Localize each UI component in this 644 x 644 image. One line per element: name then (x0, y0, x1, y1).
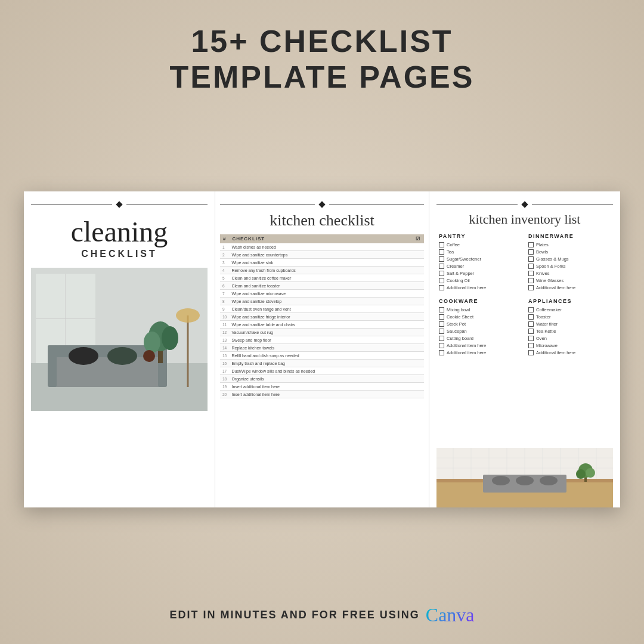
item-text: Salt & Pepper (447, 271, 474, 276)
page1-header (31, 202, 208, 207)
item-checkbox (439, 264, 444, 269)
svg-point-9 (69, 347, 98, 365)
row-task: Clean/dust oven range and vent (229, 305, 412, 313)
item-checkbox (439, 271, 444, 276)
cookware-title: COOKWARE (439, 298, 521, 304)
row-num: 19 (220, 383, 229, 391)
row-checkbox (412, 321, 424, 329)
svg-point-35 (516, 476, 534, 485)
header2-diamond (318, 202, 325, 208)
svg-point-14 (162, 326, 178, 350)
row-task: Vacuum/shake out rug (229, 329, 412, 336)
item-checkbox (439, 314, 444, 320)
row-checkbox (412, 391, 424, 398)
page-2-kitchen-checklist: kitchen checklist # CHECKLIST ☑ 1 Wash d… (215, 191, 429, 507)
cleaning-block-title: CHECKLIST (81, 249, 157, 259)
item-text: Glasses & Mugs (536, 256, 569, 262)
footer: EDIT IN MINUTES AND FOR FREE USING Canva (169, 604, 474, 626)
checklist-table: # CHECKLIST ☑ 1 Wash dishes as needed 2 … (220, 234, 424, 398)
inventory-item: Additional item here (439, 285, 521, 290)
row-task: Clean and sanitize toaster (229, 282, 412, 290)
row-checkbox (412, 259, 424, 267)
row-num: 8 (220, 298, 229, 305)
header-diamond (116, 202, 122, 208)
inventory-item: Bowls (528, 249, 611, 255)
table-row: 18 Organize utensils (220, 375, 424, 383)
row-task: Refill hand and dish soap as needed (229, 352, 412, 360)
inventory-item: Wine Glasses (528, 278, 611, 283)
item-checkbox (528, 307, 534, 312)
dinnerware-items: Plates Bowls Glasses & Mugs Spoon & Fork… (528, 242, 611, 292)
svg-point-17 (143, 350, 155, 362)
item-text: Cutting board (447, 336, 473, 341)
inventory-item: Plates (528, 242, 611, 247)
table-row: 2 Wipe and sanitize countertops (220, 251, 424, 259)
row-task: Wipe and sanitize microwave (229, 290, 412, 298)
row-task: Wipe and sanitize fridge interior (229, 313, 412, 321)
item-checkbox (528, 249, 534, 255)
item-checkbox (528, 285, 534, 290)
item-text: Creamer (447, 264, 464, 269)
table-row: 4 Remove any trash from cupboards (220, 267, 424, 274)
item-text: Saucepan (447, 329, 467, 334)
pages-container: cleaning CHECKLIST (24, 191, 620, 507)
inventory-item: Saucepan (439, 329, 521, 334)
row-checkbox (412, 282, 424, 290)
row-num: 3 (220, 259, 229, 267)
item-text: Mixing bowl (447, 307, 470, 312)
row-num: 16 (220, 360, 229, 367)
item-checkbox (439, 285, 444, 290)
inventory-item: Mixing bowl (439, 307, 521, 312)
row-task: Organize utensils (229, 375, 412, 383)
room-photo-inner (31, 268, 208, 411)
item-checkbox (439, 256, 444, 262)
row-num: 17 (220, 367, 229, 375)
row-num: 1 (220, 243, 229, 251)
row-checkbox (412, 313, 424, 321)
row-task: Insert additional item here (229, 383, 412, 391)
row-task: Wipe and sanitize stovetop (229, 298, 412, 305)
table-row: 7 Wipe and sanitize microwave (220, 290, 424, 298)
item-text: Additional item here (447, 350, 486, 355)
row-task: Remove any trash from cupboards (229, 267, 412, 274)
item-checkbox (439, 278, 444, 283)
col-num: # (220, 234, 229, 243)
appliances-items: Coffeemaker Toaster Water filter Tea Ket… (528, 307, 611, 357)
item-checkbox (528, 256, 534, 262)
item-text: Stock Pot (447, 321, 466, 327)
item-checkbox (439, 350, 444, 355)
table-row: 15 Refill hand and dish soap as needed (220, 352, 424, 360)
item-text: Water filter (536, 321, 558, 327)
row-task: Wipe and sanitize sink (229, 259, 412, 267)
table-row: 20 Insert additional item here (220, 391, 424, 398)
table-row: 11 Wipe and sanitize table and chairs (220, 321, 424, 329)
inventory-item: Oven (528, 336, 611, 341)
row-num: 18 (220, 375, 229, 383)
inventory-item: Tea (439, 249, 521, 255)
svg-point-10 (107, 347, 137, 365)
item-text: Knives (536, 271, 550, 276)
row-num: 14 (220, 344, 229, 352)
table-row: 14 Replace kitchen towels (220, 344, 424, 352)
row-checkbox (412, 336, 424, 344)
row-num: 13 (220, 336, 229, 344)
item-checkbox (528, 271, 534, 276)
row-task: Clean and sanitize coffee maker (229, 274, 412, 282)
footer-text: EDIT IN MINUTES AND FOR FREE USING (169, 609, 419, 621)
inventory-item: Cooking Oil (439, 278, 521, 283)
dinnerware-title: DINNERWARE (528, 233, 611, 239)
svg-point-13 (144, 332, 160, 353)
inventory-item: Sugar/Sweetener (439, 256, 521, 262)
item-text: Cookie Sheet (447, 314, 473, 320)
room-photo (31, 268, 208, 411)
row-checkbox (412, 329, 424, 336)
svg-point-39 (576, 469, 586, 479)
table-row: 17 Dust/Wipe window sills and blinds as … (220, 367, 424, 375)
table-row: 12 Vacuum/shake out rug (220, 329, 424, 336)
row-num: 4 (220, 267, 229, 274)
main-title: 15+ CHECKLIST TEMPLATE PAGES (170, 24, 475, 95)
row-task: Sweep and mop floor (229, 336, 412, 344)
svg-point-40 (586, 468, 595, 478)
cookware-items: Mixing bowl Cookie Sheet Stock Pot Sauce… (439, 307, 521, 357)
pantry-col: PANTRY Coffee Tea Sugar/Sweetener Creame… (439, 232, 521, 357)
